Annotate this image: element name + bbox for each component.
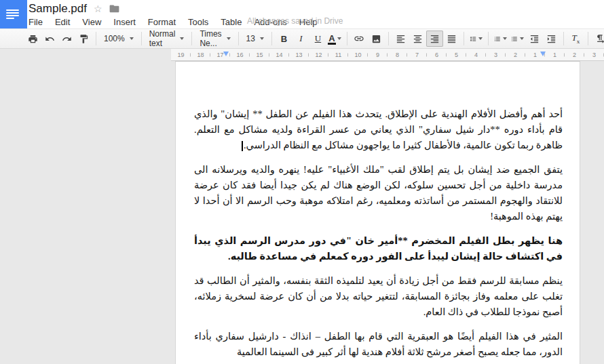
document-title[interactable]: Sample.pdf bbox=[29, 2, 87, 16]
redo-button[interactable] bbox=[58, 31, 75, 47]
toolbar-divider bbox=[141, 32, 142, 45]
menu-item[interactable]: Tools bbox=[182, 17, 214, 27]
ruler-number: 13 bbox=[289, 52, 309, 58]
paragraph[interactable]: ينظم مسابقة للرسم فقط من أجل زيادة أن يع… bbox=[194, 273, 563, 320]
menu-item[interactable]: View bbox=[76, 17, 107, 27]
toolbar-divider bbox=[271, 32, 272, 45]
ruler-number: 17 bbox=[210, 52, 230, 58]
chevron-down-icon bbox=[260, 37, 264, 40]
toolbar-divider bbox=[388, 32, 389, 45]
chevron-down-icon bbox=[478, 37, 483, 40]
numbered-list-button[interactable] bbox=[492, 31, 509, 47]
ruler-number: 2 bbox=[506, 52, 525, 58]
ruler-number: 10 bbox=[348, 52, 368, 58]
increase-indent-button[interactable] bbox=[543, 31, 560, 47]
menu-item[interactable]: Format bbox=[142, 17, 182, 27]
toolbar-divider bbox=[588, 32, 588, 45]
chevron-down-icon bbox=[520, 37, 524, 40]
ruler-number: 11 bbox=[328, 52, 348, 58]
insert-link-button[interactable] bbox=[351, 31, 368, 47]
font-size-select[interactable]: 13 bbox=[242, 31, 268, 47]
document-page[interactable]: أحد أهم وأفضل الأفلام الهندية على الإطلا… bbox=[175, 61, 580, 364]
undo-button[interactable] bbox=[41, 31, 58, 47]
paragraph[interactable]: أحد أهم وأفضل الأفلام الهندية على الإطلا… bbox=[194, 106, 563, 153]
toolbar-divider bbox=[347, 32, 347, 45]
ruler-number: 18 bbox=[191, 52, 210, 58]
ruler-number: 2 bbox=[565, 52, 584, 58]
document-canvas: أحد أهم وأفضل الأفلام الهندية على الإطلا… bbox=[0, 61, 604, 364]
ruler-number: 1 bbox=[525, 52, 545, 58]
ruler-number: 7 bbox=[407, 52, 427, 58]
ruler-number: 8 bbox=[388, 52, 407, 58]
menu-item[interactable]: Table bbox=[214, 17, 248, 27]
chevron-down-icon bbox=[337, 37, 341, 40]
align-left-button[interactable] bbox=[392, 31, 409, 47]
styles-select[interactable]: Normal text bbox=[145, 31, 189, 47]
ruler-number: 16 bbox=[230, 52, 250, 58]
paragraph-ltr-button[interactable] bbox=[592, 31, 604, 47]
ruler-number: 5 bbox=[447, 52, 466, 58]
toolbar: 100% Normal text Times Ne... 13 B I U A bbox=[0, 28, 604, 49]
align-justify-button[interactable] bbox=[443, 31, 460, 47]
chevron-down-icon bbox=[503, 37, 507, 40]
ruler-number: 3 bbox=[486, 52, 506, 58]
save-status: All changes saved in Drive bbox=[247, 16, 343, 26]
ruler-number: 6 bbox=[427, 52, 447, 58]
ruler-number: 19 bbox=[171, 52, 191, 58]
paragraph[interactable]: يتفق الجميع ضد إيشان بل يتم إطلاق لقب "م… bbox=[194, 162, 563, 224]
bulleted-list-button[interactable] bbox=[509, 31, 526, 47]
ruler: 19181716151413121110987654321123 bbox=[0, 49, 604, 61]
document-text[interactable]: أحد أهم وأفضل الأفلام الهندية على الإطلا… bbox=[176, 62, 580, 364]
ruler-number: 15 bbox=[250, 52, 269, 58]
ruler-number: 4 bbox=[466, 52, 486, 58]
toolbar-divider bbox=[96, 32, 96, 45]
zoom-select[interactable]: 100% bbox=[100, 31, 138, 47]
clear-formatting-button[interactable]: Tx bbox=[567, 31, 584, 47]
text-cursor bbox=[242, 141, 243, 151]
toolbar-divider bbox=[191, 32, 192, 45]
italic-button[interactable]: I bbox=[292, 31, 309, 47]
menu-item[interactable]: Edit bbox=[49, 17, 76, 27]
star-icon[interactable]: ☆ bbox=[94, 4, 102, 14]
paragraph[interactable]: هنا يظهر بطل الفيلم المخضرم **أمير خان "… bbox=[194, 233, 563, 264]
bold-button[interactable]: B bbox=[276, 31, 292, 47]
align-right-button[interactable] bbox=[426, 31, 443, 47]
docs-home-icon[interactable] bbox=[0, 0, 27, 28]
chevron-down-icon bbox=[130, 37, 134, 40]
decrease-indent-button[interactable] bbox=[526, 31, 543, 47]
ruler-number: 1 bbox=[545, 52, 565, 58]
menu-item[interactable]: Insert bbox=[107, 17, 142, 27]
ruler-number: 9 bbox=[368, 52, 388, 58]
toolbar-divider bbox=[238, 32, 239, 45]
toolbar-divider bbox=[563, 32, 564, 45]
paragraph[interactable]: المثير في هذا الفيلم أيضًا هو العبقرية ا… bbox=[194, 329, 563, 360]
insert-image-button[interactable] bbox=[368, 31, 385, 47]
font-family-select[interactable]: Times Ne... bbox=[195, 31, 234, 47]
line-spacing-button[interactable] bbox=[468, 31, 485, 47]
ruler-number: 12 bbox=[309, 52, 328, 58]
app-header: Sample.pdf ☆ FileEditViewInsertFormatToo… bbox=[0, 0, 604, 28]
ruler-strip[interactable]: 19181716151413121110987654321123 bbox=[171, 49, 604, 61]
toolbar-divider bbox=[464, 32, 464, 45]
chevron-down-icon bbox=[180, 37, 184, 40]
folder-icon[interactable] bbox=[109, 4, 119, 13]
paint-format-button[interactable] bbox=[75, 31, 92, 47]
toolbar-divider bbox=[488, 32, 489, 45]
print-button[interactable] bbox=[24, 31, 41, 47]
underline-button[interactable]: U bbox=[309, 31, 326, 47]
ruler-number: 3 bbox=[584, 52, 604, 58]
text-color-button[interactable]: A bbox=[326, 31, 343, 47]
chevron-down-icon bbox=[227, 37, 231, 40]
menu-item[interactable]: File bbox=[29, 17, 49, 27]
ruler-number: 14 bbox=[269, 52, 289, 58]
align-center-button[interactable] bbox=[409, 31, 426, 47]
